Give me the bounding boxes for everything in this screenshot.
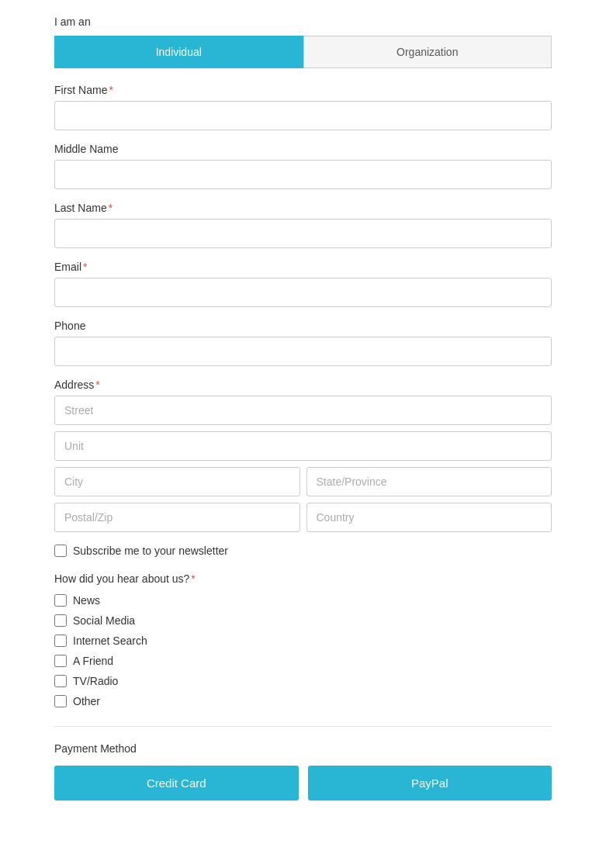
street-input[interactable]	[54, 396, 552, 425]
address-label: Address*	[54, 379, 552, 391]
heard-a-friend[interactable]: A Friend	[54, 655, 552, 667]
heard-social-media[interactable]: Social Media	[54, 614, 552, 627]
heard-social-media-checkbox[interactable]	[54, 614, 67, 627]
entity-type-toggle: Individual Organization	[54, 36, 552, 68]
credit-card-button[interactable]: Credit Card	[54, 766, 299, 801]
last-name-input[interactable]	[54, 219, 552, 248]
middle-name-input[interactable]	[54, 160, 552, 189]
organization-button[interactable]: Organization	[303, 36, 552, 68]
how-heard-required: *	[191, 572, 195, 585]
heard-news[interactable]: News	[54, 594, 552, 607]
state-input[interactable]	[306, 467, 552, 496]
heard-news-checkbox[interactable]	[54, 594, 67, 607]
postal-input[interactable]	[54, 503, 300, 532]
address-group: Address*	[54, 379, 552, 532]
phone-input[interactable]	[54, 337, 552, 366]
unit-input[interactable]	[54, 431, 552, 461]
email-required: *	[83, 261, 87, 273]
country-input[interactable]	[306, 503, 552, 532]
email-group: Email*	[54, 261, 552, 307]
heard-other[interactable]: Other	[54, 695, 552, 707]
i-am-an-label: I am an	[54, 16, 552, 28]
city-input[interactable]	[54, 467, 300, 496]
first-name-label: First Name*	[54, 84, 552, 96]
unit-row	[54, 431, 552, 461]
how-heard-label: How did you hear about us?*	[54, 572, 552, 585]
street-row	[54, 396, 552, 425]
city-state-row	[54, 467, 552, 496]
heard-internet-search[interactable]: Internet Search	[54, 635, 552, 647]
postal-country-row	[54, 503, 552, 532]
payment-method-label: Payment Method	[54, 742, 552, 755]
heard-a-friend-checkbox[interactable]	[54, 655, 67, 667]
divider	[54, 726, 552, 727]
last-name-label: Last Name*	[54, 202, 552, 214]
paypal-button[interactable]: PayPal	[308, 766, 552, 801]
heard-other-checkbox[interactable]	[54, 695, 67, 707]
first-name-group: First Name*	[54, 84, 552, 130]
email-input[interactable]	[54, 278, 552, 307]
heard-tv-radio-checkbox[interactable]	[54, 675, 67, 687]
newsletter-group: Subscribe me to your newsletter	[54, 545, 552, 557]
individual-button[interactable]: Individual	[54, 36, 303, 68]
middle-name-label: Middle Name	[54, 143, 552, 155]
middle-name-group: Middle Name	[54, 143, 552, 189]
last-name-required: *	[109, 202, 113, 214]
newsletter-checkbox[interactable]	[54, 545, 67, 557]
heard-internet-search-checkbox[interactable]	[54, 635, 67, 647]
last-name-group: Last Name*	[54, 202, 552, 248]
heard-tv-radio[interactable]: TV/Radio	[54, 675, 552, 687]
phone-label: Phone	[54, 320, 552, 332]
address-required: *	[95, 379, 99, 391]
email-label: Email*	[54, 261, 552, 273]
payment-buttons-group: Credit Card PayPal	[54, 766, 552, 801]
first-name-input[interactable]	[54, 101, 552, 130]
phone-group: Phone	[54, 320, 552, 366]
first-name-required: *	[109, 84, 113, 96]
payment-section: Payment Method Credit Card PayPal	[54, 742, 552, 801]
newsletter-label[interactable]: Subscribe me to your newsletter	[54, 545, 552, 557]
how-heard-section: How did you hear about us?* News Social …	[54, 572, 552, 707]
